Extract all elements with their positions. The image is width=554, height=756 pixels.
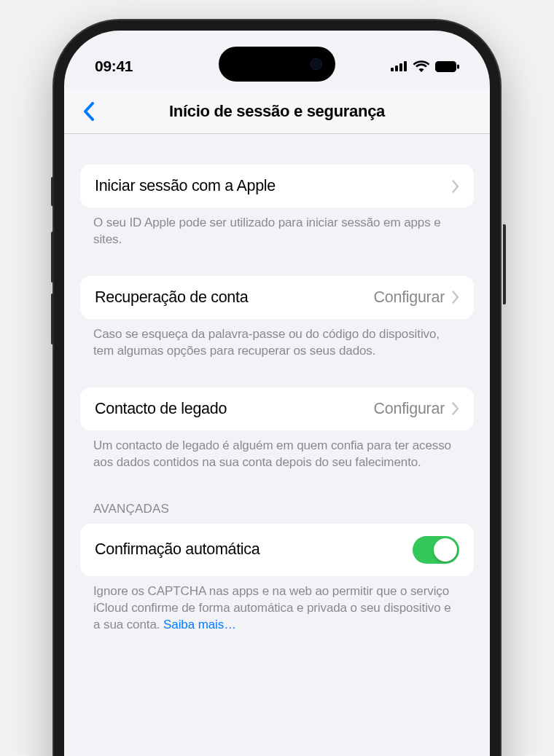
chevron-left-icon <box>83 102 95 121</box>
status-icons <box>391 60 459 72</box>
cell-accessory <box>452 180 459 193</box>
svg-rect-4 <box>435 61 456 72</box>
cell-title: Iniciar sessão com a Apple <box>95 177 276 195</box>
cell-accessory: Configurar <box>374 288 459 307</box>
section-footer: Ignore os CAPTCHA nas apps e na web ao p… <box>80 576 474 634</box>
toggle-knob <box>434 538 457 562</box>
account-recovery-cell[interactable]: Recuperação de conta Configurar <box>80 276 474 319</box>
back-button[interactable] <box>74 97 104 126</box>
front-camera <box>311 58 322 70</box>
svg-rect-5 <box>457 64 459 68</box>
cell-accessory: Configurar <box>374 400 459 418</box>
section-header: AVANÇADAS <box>80 502 474 524</box>
section-recovery: Recuperação de conta Configurar Caso se … <box>80 276 474 360</box>
footer-text: Ignore os CAPTCHA nas apps e na web ao p… <box>93 584 451 631</box>
status-time: 09:41 <box>95 58 133 75</box>
section-footer: Um contacto de legado é alguém em quem c… <box>80 430 474 471</box>
section-advanced: AVANÇADAS Confirmação automática Ignore … <box>80 502 474 634</box>
section-signin: Iniciar sessão com a Apple O seu ID Appl… <box>80 165 474 248</box>
cell-value: Configurar <box>374 400 445 418</box>
section-legacy: Contacto de legado Configurar Um contact… <box>80 387 474 471</box>
svg-rect-1 <box>395 66 398 71</box>
battery-icon <box>435 61 459 72</box>
settings-content: Iniciar sessão com a Apple O seu ID Appl… <box>64 134 490 633</box>
auto-verify-cell: Confirmação automática <box>80 524 474 576</box>
svg-rect-0 <box>391 68 394 71</box>
learn-more-link[interactable]: Saiba mais… <box>163 618 236 631</box>
dynamic-island <box>219 47 335 82</box>
cellular-icon <box>391 61 407 71</box>
wifi-icon <box>413 60 429 72</box>
nav-bar: Início de sessão e segurança <box>64 89 490 134</box>
screen: 09:41 <box>64 31 490 756</box>
phone-frame: 09:41 <box>54 20 500 756</box>
page-background: 09:41 <box>0 0 554 756</box>
section-footer: Caso se esqueça da palavra-passe ou do c… <box>80 319 474 360</box>
chevron-right-icon <box>452 180 459 193</box>
chevron-right-icon <box>452 291 459 304</box>
chevron-right-icon <box>452 402 459 415</box>
cell-title: Confirmação automática <box>95 540 260 559</box>
svg-rect-2 <box>399 63 402 71</box>
svg-rect-3 <box>404 61 407 71</box>
volume-down-button <box>51 294 54 344</box>
cell-value: Configurar <box>374 288 445 307</box>
auto-verify-toggle[interactable] <box>413 536 459 564</box>
cell-title: Contacto de legado <box>95 400 227 418</box>
signin-with-apple-cell[interactable]: Iniciar sessão com a Apple <box>80 165 474 208</box>
section-footer: O seu ID Apple pode ser utilizado para i… <box>80 208 474 248</box>
legacy-contact-cell[interactable]: Contacto de legado Configurar <box>80 387 474 430</box>
volume-up-button <box>51 232 54 283</box>
mute-switch <box>51 177 54 206</box>
power-button <box>503 224 506 304</box>
nav-title: Início de sessão e segurança <box>71 102 483 121</box>
cell-title: Recuperação de conta <box>95 288 248 307</box>
